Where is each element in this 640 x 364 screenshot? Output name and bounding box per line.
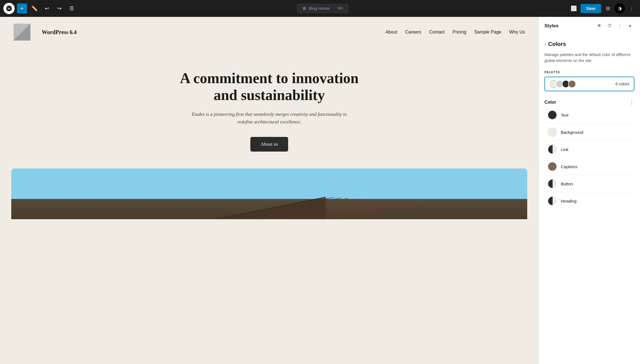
panel-header-icons: 👁 ⏱ ⋮ ✕ [595,21,634,30]
hero-paragraph: Études is a pioneering firm that seamles… [187,110,351,126]
palette-count: 6 colors [615,82,629,86]
canvas: WordPress 6.4 About Careers Contact Pric… [0,17,539,364]
eye-icon[interactable]: 👁 [595,21,604,30]
site-nav: About Careers Contact Pricing Sample Pag… [385,30,525,35]
palette-swatches [549,80,576,88]
hero-about-button[interactable]: About us [250,137,288,152]
dark-mode-button[interactable]: ◑ [615,3,625,14]
back-button[interactable]: ‹ Colors [544,41,634,47]
site-name: WordPress 6.4 [42,29,77,35]
nav-careers[interactable]: Careers [405,30,421,35]
color-item-captions[interactable]: Captions [544,159,634,174]
hero-section: A commitment to innovation and sustainab… [0,47,539,168]
hero-heading: A commitment to innovation and sustainab… [171,70,368,104]
background-color-swatch [548,128,557,137]
link-color-swatch [548,145,557,154]
page-icon: 🖥 [302,6,306,11]
palette-label: PALETTE [544,70,634,74]
close-icon[interactable]: ✕ [625,21,634,30]
back-arrow-icon: ‹ [544,42,546,47]
history-icon[interactable]: ⏱ [605,21,614,30]
more-menu-icon[interactable]: ⋮ [615,21,624,30]
color-item-link[interactable]: Link [544,142,634,157]
styles-panel: Styles 👁 ⏱ ⋮ ✕ ‹ Colors Manage palettes … [539,17,640,364]
blog-home-label: Blog Home [309,6,330,11]
nav-contact[interactable]: Contact [429,30,445,35]
toolbar-right: ⬜ Save ⊞ ◑ ⋮ [569,3,637,14]
more-options-button[interactable]: ⋮ [626,3,637,14]
svg-text:W: W [8,7,11,10]
nav-why-us[interactable]: Why Us [509,30,525,35]
color-section-name: Color [544,100,556,105]
pencil-icon[interactable]: ✏️ [29,3,39,14]
color-more-button[interactable]: ⋮ [629,99,634,105]
nav-about[interactable]: About [385,30,397,35]
toolbar: W + ✏️ ↩ ↪ ☰ 🖥 Blog Home ⌘K ⬜ Save ⊞ ◑ ⋮ [0,0,640,17]
color-list: Text Background L [544,108,634,208]
captions-color-swatch [548,162,557,171]
wp-logo[interactable]: W [3,3,15,14]
heading-color-swatch [548,196,557,205]
button-color-swatch [548,179,557,188]
background-color-label: Background [561,130,583,135]
site-header: WordPress 6.4 About Careers Contact Pric… [0,17,539,47]
list-view-button[interactable]: ☰ [67,3,77,14]
swatch-4 [568,80,576,88]
panel-header: Styles 👁 ⏱ ⋮ ✕ [539,17,640,35]
text-color-swatch [548,110,557,119]
link-color-label: Link [561,147,569,152]
color-section-header: Color ⋮ [544,99,634,105]
desktop-view-button[interactable]: ⬜ [569,3,579,14]
color-item-button[interactable]: Button [544,176,634,191]
color-item-background[interactable]: Background [544,125,634,139]
save-button[interactable]: Save [581,4,601,13]
blog-home-pill[interactable]: 🖥 Blog Home ⌘K [297,4,348,13]
undo-button[interactable]: ↩ [42,3,52,14]
panel-title: Styles [544,23,592,29]
redo-button[interactable]: ↪ [54,3,64,14]
toolbar-center: 🖥 Blog Home ⌘K [79,4,566,13]
nav-pricing[interactable]: Pricing [453,30,466,35]
building-image [11,168,527,219]
heading-color-label: Heading [561,199,577,203]
main: WordPress 6.4 About Careers Contact Pric… [0,17,640,364]
color-item-heading[interactable]: Heading [544,194,634,208]
add-block-button[interactable]: + [17,3,27,14]
button-color-label: Button [561,181,573,186]
color-item-text[interactable]: Text [544,108,634,122]
shortcut-label: ⌘K [337,6,344,10]
panel-body: ‹ Colors Manage palettes and the default… [539,35,640,364]
captions-color-label: Captions [561,164,577,169]
layout-button[interactable]: ⊞ [603,3,613,14]
palette-selector[interactable]: 6 colors [544,77,634,91]
panel-description: Manage palettes and the default color of… [544,52,634,64]
site-frame: WordPress 6.4 About Careers Contact Pric… [0,17,539,364]
text-color-label: Text [561,113,569,117]
colors-section-title: Colors [548,41,566,47]
nav-sample-page[interactable]: Sample Page [474,30,501,35]
site-logo [14,24,30,41]
